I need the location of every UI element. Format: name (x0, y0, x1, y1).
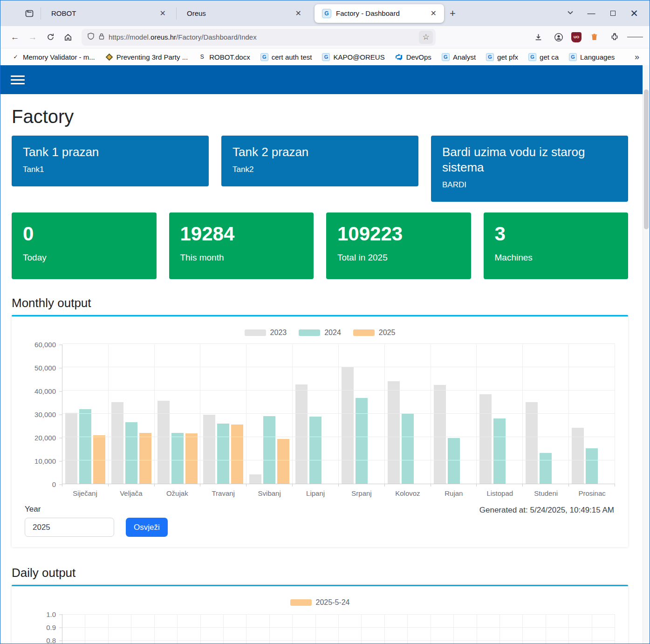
extensions-puzzle-icon[interactable] (607, 30, 623, 45)
daily-output-heading: Daily output (12, 566, 628, 580)
new-tab-button[interactable]: + (444, 7, 461, 21)
monthly-plot (62, 344, 615, 484)
url-bar[interactable]: https://model.oreus.hr/Factory/Dashboard… (82, 29, 436, 46)
grid-column (178, 614, 200, 644)
legend-item-2025-5-24[interactable]: 2025-5-24 (290, 598, 350, 607)
firefox-view-icon[interactable] (21, 6, 38, 21)
scrollbar-thumb[interactable] (644, 89, 649, 229)
legend-item-2024[interactable]: 2024 (299, 329, 341, 337)
tab-oreus[interactable]: Oreus ✕ (179, 4, 309, 23)
monthly-chart-card: 202320242025 010,00020,00030,00040,00050… (12, 315, 628, 547)
back-icon[interactable]: ← (7, 30, 23, 45)
bookmark-item[interactable]: DevOps (391, 52, 435, 62)
grid-column (62, 614, 85, 644)
bar-2024-Listopad (493, 418, 506, 484)
g-favicon-icon: G (322, 53, 330, 61)
y-axis-label: 50,000 (34, 364, 56, 372)
grid-column (385, 614, 408, 644)
grid-column (477, 614, 500, 644)
bar-2024-Prosinac (586, 448, 598, 484)
tab-robot[interactable]: ROBOT ✕ (44, 4, 173, 23)
stat-card-today[interactable]: 0 Today (12, 212, 157, 279)
bookmark-item[interactable]: GLanguages (565, 52, 618, 62)
legend-item-2023[interactable]: 2023 (245, 329, 287, 337)
ublock-origin-icon[interactable]: UO (571, 32, 582, 42)
bar-group-Ožujak (155, 344, 201, 484)
y-axis-label: 20,000 (34, 434, 56, 442)
page-viewport: Factory Tank 1 prazan Tank1 Tank 2 praza… (0, 65, 650, 644)
refresh-button[interactable]: Osvježi (126, 518, 168, 537)
monthly-output-heading: Monthly output (12, 296, 628, 310)
alert-card-tank2[interactable]: Tank 2 prazan Tank2 (221, 136, 418, 186)
tab-strip: ROBOT ✕ Oreus ✕ G Factory - Dashboard ✕ … (0, 0, 650, 26)
bookmarks-overflow-chevron-icon[interactable]: » (632, 52, 642, 62)
bookmark-label: cert auth test (272, 53, 312, 61)
window-close-button[interactable]: ✕ (623, 6, 645, 21)
bar-2025-Travanj (231, 425, 243, 484)
y-axis-label: 10,000 (34, 457, 56, 465)
bookmark-item[interactable]: SROBOT.docx (194, 52, 254, 62)
bookmark-label: Preventing 3rd Party ... (116, 53, 188, 61)
diamond-icon (105, 53, 113, 61)
alert-card-tank1[interactable]: Tank 1 prazan Tank1 (12, 136, 209, 186)
bar-group-Lipanj (293, 344, 339, 484)
window-maximize-button[interactable] (602, 6, 623, 21)
bookmark-label: Analyst (453, 53, 476, 61)
bar-2025-Svibanj (277, 439, 289, 484)
x-axis-label: Siječanj (62, 486, 108, 497)
tab-close-icon[interactable]: ✕ (293, 8, 304, 19)
account-icon[interactable] (551, 30, 567, 45)
bar-2023-Srpanj (342, 367, 354, 484)
downloads-icon[interactable] (530, 30, 546, 45)
lock-icon[interactable] (98, 33, 105, 42)
year-input[interactable] (25, 518, 114, 537)
tab-close-icon[interactable]: ✕ (157, 8, 169, 19)
browser-toolbar: ← → https://model.oreus.hr/Factory/Dashb… (0, 26, 650, 48)
gridline (62, 343, 615, 344)
stat-card-total[interactable]: 109223 Total in 2025 (326, 212, 471, 279)
bookmark-item[interactable]: ✓Memory Validator - m... (8, 52, 99, 62)
bar-2023-Kolovoz (388, 381, 400, 484)
site-favicon-g: G (322, 9, 331, 18)
tab-close-icon[interactable]: ✕ (428, 8, 439, 19)
alert-title: Bardi uzima vodu iz starog sistema (442, 144, 617, 175)
bookmark-item[interactable]: Preventing 3rd Party ... (102, 52, 192, 62)
daily-y-axis: 1.00.90.80.7 (25, 614, 62, 644)
y-axis-label: 0.8 (46, 637, 56, 644)
menu-icon[interactable] (627, 30, 643, 45)
gridline (62, 437, 615, 437)
page-scrollbar[interactable] (643, 65, 650, 644)
bookmark-item[interactable]: GKAPO@OREUS (318, 52, 388, 62)
trash-extension-icon[interactable] (586, 30, 602, 45)
bookmark-item[interactable]: Gget ca (525, 52, 562, 62)
grid-column (270, 614, 293, 644)
forward-icon[interactable]: → (25, 30, 41, 45)
list-tabs-chevron-icon[interactable] (560, 9, 581, 18)
alert-card-bardi[interactable]: Bardi uzima vodu iz starog sistema BARDI (431, 136, 628, 202)
x-axis-label: Rujan (431, 486, 477, 497)
bookmark-item[interactable]: Gget pfx (482, 52, 522, 62)
window-minimize-button[interactable]: — (581, 6, 602, 21)
stat-value: 19284 (180, 223, 303, 245)
bookmark-item[interactable]: GAnalyst (438, 52, 479, 62)
legend-item-2025[interactable]: 2025 (353, 329, 396, 337)
bar-group-Prosinac (569, 344, 615, 484)
legend-swatch (290, 599, 312, 606)
stat-card-machines[interactable]: 3 Machines (484, 212, 629, 279)
bar-group-Rujan (431, 344, 477, 484)
home-icon[interactable] (60, 30, 76, 45)
reload-icon[interactable] (42, 30, 58, 45)
hamburger-menu-icon[interactable] (11, 73, 25, 87)
stat-card-this-month[interactable]: 19284 This month (169, 212, 314, 279)
url-text[interactable]: https://model.oreus.hr/Factory/Dashboard… (109, 33, 415, 41)
tab-factory-dashboard-active[interactable]: G Factory - Dashboard ✕ (315, 4, 444, 23)
y-axis-label: 1.0 (46, 610, 56, 618)
bar-2023-Travanj (203, 415, 215, 484)
x-axis-label: Listopad (477, 486, 523, 497)
bookmark-star-icon[interactable]: ☆ (419, 31, 433, 44)
shield-icon[interactable] (87, 32, 95, 42)
bookmark-item[interactable]: Gcert auth test (257, 52, 316, 62)
legend-swatch (353, 329, 375, 336)
bookmarks-bar: ✓Memory Validator - m...Preventing 3rd P… (0, 48, 650, 65)
bar-2023-Studeni (526, 402, 538, 484)
